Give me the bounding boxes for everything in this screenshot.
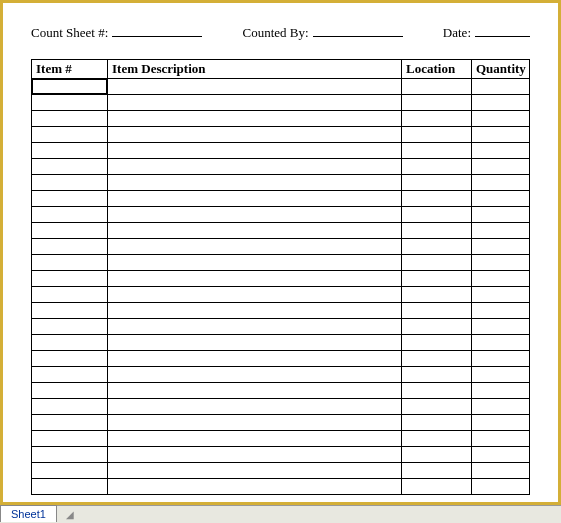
table-cell[interactable]	[32, 463, 108, 479]
table-cell[interactable]	[108, 415, 402, 431]
table-cell[interactable]	[402, 463, 472, 479]
table-cell[interactable]	[32, 111, 108, 127]
table-cell[interactable]	[108, 191, 402, 207]
date-input[interactable]	[475, 23, 530, 37]
table-cell[interactable]	[108, 271, 402, 287]
table-cell[interactable]	[472, 191, 530, 207]
table-cell[interactable]	[108, 111, 402, 127]
table-cell[interactable]	[32, 383, 108, 399]
table-cell[interactable]	[32, 415, 108, 431]
table-cell[interactable]	[32, 159, 108, 175]
table-cell[interactable]	[402, 431, 472, 447]
table-cell[interactable]	[402, 207, 472, 223]
table-cell[interactable]	[402, 399, 472, 415]
table-cell[interactable]	[472, 415, 530, 431]
table-cell[interactable]	[472, 255, 530, 271]
table-cell[interactable]	[472, 463, 530, 479]
table-cell[interactable]	[402, 255, 472, 271]
table-cell[interactable]	[472, 127, 530, 143]
table-cell[interactable]	[402, 303, 472, 319]
table-cell[interactable]	[402, 79, 472, 95]
table-cell[interactable]	[402, 191, 472, 207]
table-cell[interactable]	[32, 479, 108, 495]
table-cell[interactable]	[472, 271, 530, 287]
table-cell[interactable]	[402, 479, 472, 495]
table-cell[interactable]	[108, 319, 402, 335]
table-cell[interactable]	[32, 255, 108, 271]
table-cell[interactable]	[108, 463, 402, 479]
table-cell[interactable]	[108, 239, 402, 255]
table-cell[interactable]	[472, 319, 530, 335]
table-cell[interactable]	[402, 271, 472, 287]
table-cell[interactable]	[472, 431, 530, 447]
table-cell[interactable]	[472, 351, 530, 367]
counted-by-input[interactable]	[313, 23, 403, 37]
table-cell[interactable]	[108, 207, 402, 223]
table-cell[interactable]	[32, 351, 108, 367]
table-cell[interactable]	[472, 95, 530, 111]
table-cell[interactable]	[32, 79, 108, 95]
table-cell[interactable]	[32, 367, 108, 383]
table-cell[interactable]	[32, 191, 108, 207]
table-cell[interactable]	[402, 223, 472, 239]
count-sheet-input[interactable]	[112, 23, 202, 37]
table-cell[interactable]	[472, 175, 530, 191]
table-cell[interactable]	[472, 143, 530, 159]
table-cell[interactable]	[472, 303, 530, 319]
table-cell[interactable]	[108, 127, 402, 143]
table-cell[interactable]	[108, 143, 402, 159]
table-cell[interactable]	[32, 399, 108, 415]
table-cell[interactable]	[32, 303, 108, 319]
table-cell[interactable]	[32, 447, 108, 463]
table-cell[interactable]	[32, 239, 108, 255]
tab-sheet1[interactable]: Sheet1	[0, 505, 57, 522]
table-cell[interactable]	[108, 447, 402, 463]
table-cell[interactable]	[472, 79, 530, 95]
table-cell[interactable]	[472, 159, 530, 175]
table-cell[interactable]	[108, 223, 402, 239]
table-cell[interactable]	[108, 175, 402, 191]
table-cell[interactable]	[472, 399, 530, 415]
table-cell[interactable]	[108, 383, 402, 399]
table-cell[interactable]	[108, 303, 402, 319]
table-cell[interactable]	[32, 335, 108, 351]
table-cell[interactable]	[402, 95, 472, 111]
table-cell[interactable]	[402, 127, 472, 143]
table-cell[interactable]	[32, 287, 108, 303]
table-cell[interactable]	[32, 223, 108, 239]
table-cell[interactable]	[108, 255, 402, 271]
table-cell[interactable]	[32, 207, 108, 223]
table-cell[interactable]	[402, 319, 472, 335]
table-cell[interactable]	[472, 335, 530, 351]
table-cell[interactable]	[472, 367, 530, 383]
table-cell[interactable]	[402, 351, 472, 367]
table-cell[interactable]	[108, 351, 402, 367]
table-cell[interactable]	[472, 239, 530, 255]
table-cell[interactable]	[32, 127, 108, 143]
table-cell[interactable]	[472, 223, 530, 239]
table-cell[interactable]	[402, 287, 472, 303]
table-cell[interactable]	[402, 383, 472, 399]
table-cell[interactable]	[402, 447, 472, 463]
table-cell[interactable]	[402, 143, 472, 159]
table-cell[interactable]	[108, 367, 402, 383]
table-cell[interactable]	[32, 431, 108, 447]
table-cell[interactable]	[108, 79, 402, 95]
table-cell[interactable]	[108, 95, 402, 111]
table-cell[interactable]	[108, 287, 402, 303]
table-cell[interactable]	[402, 159, 472, 175]
table-cell[interactable]	[472, 287, 530, 303]
table-cell[interactable]	[402, 239, 472, 255]
table-cell[interactable]	[472, 479, 530, 495]
table-cell[interactable]	[32, 95, 108, 111]
table-cell[interactable]	[472, 207, 530, 223]
tab-options-icon[interactable]: ◢	[63, 508, 77, 522]
table-cell[interactable]	[32, 319, 108, 335]
table-cell[interactable]	[402, 335, 472, 351]
table-cell[interactable]	[402, 111, 472, 127]
table-cell[interactable]	[108, 479, 402, 495]
table-cell[interactable]	[472, 111, 530, 127]
table-cell[interactable]	[32, 175, 108, 191]
table-cell[interactable]	[32, 143, 108, 159]
table-cell[interactable]	[402, 415, 472, 431]
